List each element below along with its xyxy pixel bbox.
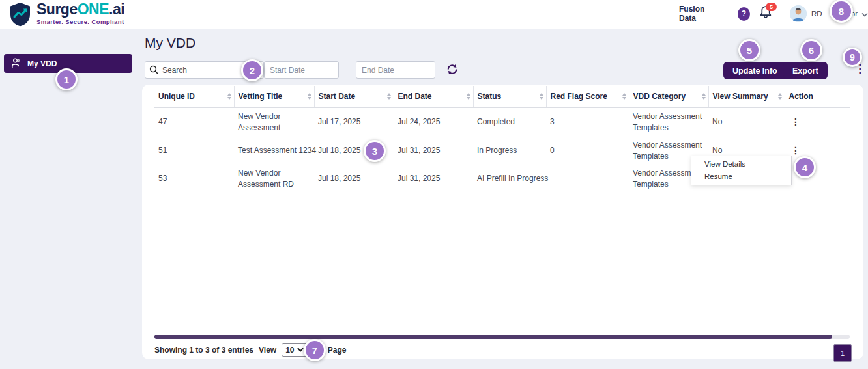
row-actions-icon[interactable]: ⋮	[788, 145, 800, 156]
table-header-row: Unique ID Vetting Title Start Date End D…	[154, 86, 850, 107]
end-date-input[interactable]	[356, 61, 435, 79]
showing-entries-text: Showing 1 to 3 of 3 entries	[154, 346, 253, 355]
col-vdd-category[interactable]: VDD Category	[629, 86, 708, 107]
sort-icon[interactable]	[308, 93, 311, 100]
top-bar: SurgeONE.ai Smarter. Secure. Compliant F…	[0, 0, 868, 29]
sort-icon[interactable]	[227, 93, 231, 100]
col-unique-id[interactable]: Unique ID	[154, 86, 234, 107]
fusion-data-link[interactable]: Fusion Data	[679, 5, 720, 23]
brand-tagline: Smarter. Secure. Compliant	[36, 19, 124, 25]
cell-start-date: Jul 17, 2025	[314, 107, 394, 137]
col-vetting-title[interactable]: Vetting Title	[234, 86, 314, 107]
notification-count-badge: 5	[766, 3, 777, 11]
user-initials: RD	[811, 10, 822, 18]
cell-end-date: Jul 24, 2025	[394, 107, 473, 137]
annotation-circle-9: 9	[843, 48, 862, 67]
col-start-date[interactable]: Start Date	[314, 86, 394, 107]
sidebar-item-label: My VDD	[27, 59, 57, 68]
cell-vetting-title: New Vendor Assessment RD	[234, 165, 314, 193]
col-end-date[interactable]: End Date	[394, 86, 473, 107]
annotation-circle-5: 5	[738, 39, 760, 61]
cell-vetting-title: Test Assessment 1234	[234, 137, 314, 165]
cell-red-flag-score: 0	[546, 137, 629, 165]
cell-status: In Progress	[473, 137, 546, 165]
horizontal-scrollbar[interactable]	[154, 335, 850, 339]
table-card: Unique ID Vetting Title Start Date End D…	[142, 85, 863, 359]
cell-end-date: Jul 31, 2025	[394, 165, 473, 193]
annotation-circle-8: 8	[830, 0, 853, 23]
sort-icon[interactable]	[467, 93, 470, 100]
menu-item-resume[interactable]: Resume	[691, 171, 791, 183]
cell-start-date: Jul 18, 2025	[314, 165, 394, 193]
annotation-circle-7: 7	[304, 339, 326, 361]
cell-unique-id: 53	[154, 165, 234, 193]
annotation-circle-4: 4	[794, 156, 816, 178]
scrollbar-thumb[interactable]	[154, 335, 832, 339]
view-label: View	[259, 346, 276, 355]
annotation-circle-2: 2	[241, 59, 263, 81]
page-1-button[interactable]: 1	[833, 344, 852, 362]
sort-icon[interactable]	[622, 93, 626, 100]
table-row: 47 New Vendor Assessment Jul 17, 2025 Ju…	[154, 107, 850, 137]
shield-chart-icon	[9, 2, 31, 29]
divider	[729, 7, 729, 20]
start-date-input[interactable]	[264, 61, 339, 79]
row-actions-menu: View Details Resume	[691, 156, 792, 185]
menu-item-view-details[interactable]: View Details	[691, 158, 791, 171]
export-button[interactable]: Export	[783, 62, 828, 79]
cell-red-flag-score: 3	[546, 107, 629, 137]
brand-logo: SurgeONE.ai Smarter. Secure. Compliant	[9, 2, 124, 29]
help-icon[interactable]: ?	[738, 7, 750, 21]
sort-icon[interactable]	[387, 93, 391, 100]
cell-red-flag-score	[546, 165, 629, 193]
divider	[781, 7, 781, 20]
col-status[interactable]: Status	[473, 86, 546, 107]
col-action: Action	[785, 86, 850, 107]
row-actions-icon[interactable]: ⋮	[788, 116, 800, 127]
col-view-summary[interactable]: View Summary	[708, 86, 785, 107]
chevron-down-icon	[297, 348, 304, 352]
cell-end-date: Jul 31, 2025	[394, 137, 473, 165]
col-red-flag-score[interactable]: Red Flag Score	[546, 86, 629, 107]
sort-icon[interactable]	[778, 93, 782, 100]
brand-name: SurgeONE.ai	[36, 2, 124, 17]
cell-status: AI Prefill In Progress	[473, 165, 546, 193]
cell-vetting-title: New Vendor Assessment	[234, 107, 314, 137]
update-info-button[interactable]: Update Info	[723, 62, 787, 79]
cell-view-summary: No	[708, 107, 785, 137]
cell-vdd-category: Vendor Assessment Templates	[629, 107, 708, 137]
chevron-down-icon[interactable]	[861, 8, 868, 20]
sort-icon[interactable]	[702, 93, 706, 100]
cell-unique-id: 51	[154, 137, 234, 165]
annotation-circle-3: 3	[364, 140, 386, 162]
refresh-icon[interactable]	[446, 64, 458, 77]
annotation-circle-6: 6	[800, 39, 822, 61]
annotation-circle-1: 1	[55, 68, 78, 90]
cell-status: Completed	[473, 107, 546, 137]
user-avatar[interactable]	[790, 5, 807, 22]
notifications-bell-icon[interactable]: 5	[759, 5, 772, 22]
person-add-icon	[10, 57, 22, 70]
sort-icon[interactable]	[540, 93, 543, 100]
cell-unique-id: 47	[154, 107, 234, 137]
page-title: My VDD	[145, 35, 195, 51]
